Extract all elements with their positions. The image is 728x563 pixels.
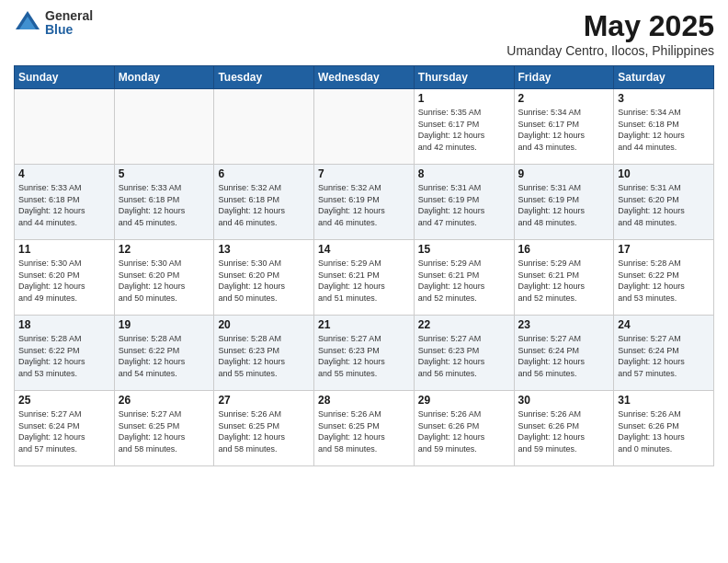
th-saturday: Saturday xyxy=(614,66,714,89)
header: General Blue May 2025 Umanday Centro, Il… xyxy=(14,9,714,58)
day-number: 28 xyxy=(318,394,410,407)
day-info: Sunrise: 5:26 AM Sunset: 6:25 PM Dayligh… xyxy=(318,408,410,454)
week-row-3: 11Sunrise: 5:30 AM Sunset: 6:20 PM Dayli… xyxy=(15,240,714,316)
main-title: May 2025 xyxy=(506,9,714,43)
day-number: 23 xyxy=(518,318,610,331)
table-cell: 25Sunrise: 5:27 AM Sunset: 6:24 PM Dayli… xyxy=(15,391,115,466)
day-info: Sunrise: 5:27 AM Sunset: 6:24 PM Dayligh… xyxy=(18,408,110,454)
day-info: Sunrise: 5:26 AM Sunset: 6:26 PM Dayligh… xyxy=(618,408,710,454)
table-cell: 10Sunrise: 5:31 AM Sunset: 6:20 PM Dayli… xyxy=(614,165,714,240)
day-info: Sunrise: 5:27 AM Sunset: 6:23 PM Dayligh… xyxy=(318,333,410,379)
table-cell: 3Sunrise: 5:34 AM Sunset: 6:18 PM Daylig… xyxy=(614,89,714,165)
subtitle: Umanday Centro, Ilocos, Philippines xyxy=(506,43,714,58)
day-info: Sunrise: 5:28 AM Sunset: 6:22 PM Dayligh… xyxy=(618,258,710,304)
day-info: Sunrise: 5:27 AM Sunset: 6:23 PM Dayligh… xyxy=(418,333,510,379)
calendar: Sunday Monday Tuesday Wednesday Thursday… xyxy=(14,65,714,466)
day-info: Sunrise: 5:33 AM Sunset: 6:18 PM Dayligh… xyxy=(18,182,110,228)
th-friday: Friday xyxy=(514,66,614,89)
day-info: Sunrise: 5:29 AM Sunset: 6:21 PM Dayligh… xyxy=(418,258,510,304)
table-cell: 5Sunrise: 5:33 AM Sunset: 6:18 PM Daylig… xyxy=(114,165,214,240)
day-number: 19 xyxy=(119,318,210,331)
day-info: Sunrise: 5:35 AM Sunset: 6:17 PM Dayligh… xyxy=(418,107,510,153)
table-cell: 2Sunrise: 5:34 AM Sunset: 6:17 PM Daylig… xyxy=(514,89,614,165)
day-info: Sunrise: 5:26 AM Sunset: 6:26 PM Dayligh… xyxy=(518,408,610,454)
week-row-5: 25Sunrise: 5:27 AM Sunset: 6:24 PM Dayli… xyxy=(15,391,714,466)
logo-text: General Blue xyxy=(45,9,93,38)
table-cell xyxy=(314,89,415,165)
day-info: Sunrise: 5:30 AM Sunset: 6:20 PM Dayligh… xyxy=(18,258,110,304)
day-info: Sunrise: 5:26 AM Sunset: 6:26 PM Dayligh… xyxy=(418,408,510,454)
day-info: Sunrise: 5:29 AM Sunset: 6:21 PM Dayligh… xyxy=(318,258,410,304)
day-info: Sunrise: 5:27 AM Sunset: 6:25 PM Dayligh… xyxy=(119,408,210,454)
day-number: 26 xyxy=(119,394,210,407)
table-cell: 7Sunrise: 5:32 AM Sunset: 6:19 PM Daylig… xyxy=(314,165,415,240)
table-cell: 22Sunrise: 5:27 AM Sunset: 6:23 PM Dayli… xyxy=(414,316,514,391)
day-info: Sunrise: 5:28 AM Sunset: 6:22 PM Dayligh… xyxy=(119,333,210,379)
day-number: 16 xyxy=(518,243,610,256)
th-sunday: Sunday xyxy=(15,66,115,89)
table-cell: 28Sunrise: 5:26 AM Sunset: 6:25 PM Dayli… xyxy=(314,391,415,466)
day-number: 29 xyxy=(418,394,510,407)
day-number: 5 xyxy=(119,167,210,180)
table-cell xyxy=(214,89,314,165)
table-cell: 31Sunrise: 5:26 AM Sunset: 6:26 PM Dayli… xyxy=(614,391,714,466)
table-cell: 24Sunrise: 5:27 AM Sunset: 6:24 PM Dayli… xyxy=(614,316,714,391)
week-row-4: 18Sunrise: 5:28 AM Sunset: 6:22 PM Dayli… xyxy=(15,316,714,391)
logo-blue: Blue xyxy=(45,23,93,37)
th-wednesday: Wednesday xyxy=(314,66,415,89)
table-cell: 21Sunrise: 5:27 AM Sunset: 6:23 PM Dayli… xyxy=(314,316,415,391)
day-number: 31 xyxy=(618,394,710,407)
table-cell: 29Sunrise: 5:26 AM Sunset: 6:26 PM Dayli… xyxy=(414,391,514,466)
logo-icon xyxy=(14,9,41,37)
day-info: Sunrise: 5:26 AM Sunset: 6:25 PM Dayligh… xyxy=(218,408,310,454)
day-number: 10 xyxy=(618,167,710,180)
table-cell: 17Sunrise: 5:28 AM Sunset: 6:22 PM Dayli… xyxy=(614,240,714,316)
day-info: Sunrise: 5:34 AM Sunset: 6:17 PM Dayligh… xyxy=(518,107,610,153)
th-thursday: Thursday xyxy=(414,66,514,89)
day-number: 15 xyxy=(418,243,510,256)
table-cell xyxy=(15,89,115,165)
day-number: 6 xyxy=(218,167,310,180)
table-cell: 9Sunrise: 5:31 AM Sunset: 6:19 PM Daylig… xyxy=(514,165,614,240)
day-info: Sunrise: 5:32 AM Sunset: 6:19 PM Dayligh… xyxy=(318,182,410,228)
day-number: 30 xyxy=(518,394,610,407)
table-cell: 12Sunrise: 5:30 AM Sunset: 6:20 PM Dayli… xyxy=(114,240,214,316)
table-cell: 23Sunrise: 5:27 AM Sunset: 6:24 PM Dayli… xyxy=(514,316,614,391)
day-info: Sunrise: 5:27 AM Sunset: 6:24 PM Dayligh… xyxy=(518,333,610,379)
day-number: 2 xyxy=(518,92,610,105)
day-number: 27 xyxy=(218,394,310,407)
day-number: 20 xyxy=(218,318,310,331)
table-cell: 27Sunrise: 5:26 AM Sunset: 6:25 PM Dayli… xyxy=(214,391,314,466)
day-number: 22 xyxy=(418,318,510,331)
table-cell: 13Sunrise: 5:30 AM Sunset: 6:20 PM Dayli… xyxy=(214,240,314,316)
week-row-1: 1Sunrise: 5:35 AM Sunset: 6:17 PM Daylig… xyxy=(15,89,714,165)
header-row: Sunday Monday Tuesday Wednesday Thursday… xyxy=(15,66,714,89)
day-number: 12 xyxy=(119,243,210,256)
table-cell: 20Sunrise: 5:28 AM Sunset: 6:23 PM Dayli… xyxy=(214,316,314,391)
day-info: Sunrise: 5:28 AM Sunset: 6:23 PM Dayligh… xyxy=(218,333,310,379)
day-info: Sunrise: 5:30 AM Sunset: 6:20 PM Dayligh… xyxy=(119,258,210,304)
day-info: Sunrise: 5:31 AM Sunset: 6:20 PM Dayligh… xyxy=(618,182,710,228)
day-number: 21 xyxy=(318,318,410,331)
table-cell: 16Sunrise: 5:29 AM Sunset: 6:21 PM Dayli… xyxy=(514,240,614,316)
page: General Blue May 2025 Umanday Centro, Il… xyxy=(0,0,728,563)
logo-general: General xyxy=(45,9,93,23)
day-info: Sunrise: 5:34 AM Sunset: 6:18 PM Dayligh… xyxy=(618,107,710,153)
table-cell: 8Sunrise: 5:31 AM Sunset: 6:19 PM Daylig… xyxy=(414,165,514,240)
day-number: 1 xyxy=(418,92,510,105)
day-info: Sunrise: 5:27 AM Sunset: 6:24 PM Dayligh… xyxy=(618,333,710,379)
day-info: Sunrise: 5:32 AM Sunset: 6:18 PM Dayligh… xyxy=(218,182,310,228)
table-cell: 30Sunrise: 5:26 AM Sunset: 6:26 PM Dayli… xyxy=(514,391,614,466)
day-number: 4 xyxy=(18,167,110,180)
day-number: 11 xyxy=(18,243,110,256)
table-cell: 19Sunrise: 5:28 AM Sunset: 6:22 PM Dayli… xyxy=(114,316,214,391)
day-number: 24 xyxy=(618,318,710,331)
th-tuesday: Tuesday xyxy=(214,66,314,89)
day-number: 18 xyxy=(18,318,110,331)
table-cell: 15Sunrise: 5:29 AM Sunset: 6:21 PM Dayli… xyxy=(414,240,514,316)
day-info: Sunrise: 5:31 AM Sunset: 6:19 PM Dayligh… xyxy=(518,182,610,228)
day-number: 14 xyxy=(318,243,410,256)
table-cell: 4Sunrise: 5:33 AM Sunset: 6:18 PM Daylig… xyxy=(15,165,115,240)
day-info: Sunrise: 5:30 AM Sunset: 6:20 PM Dayligh… xyxy=(218,258,310,304)
th-monday: Monday xyxy=(114,66,214,89)
